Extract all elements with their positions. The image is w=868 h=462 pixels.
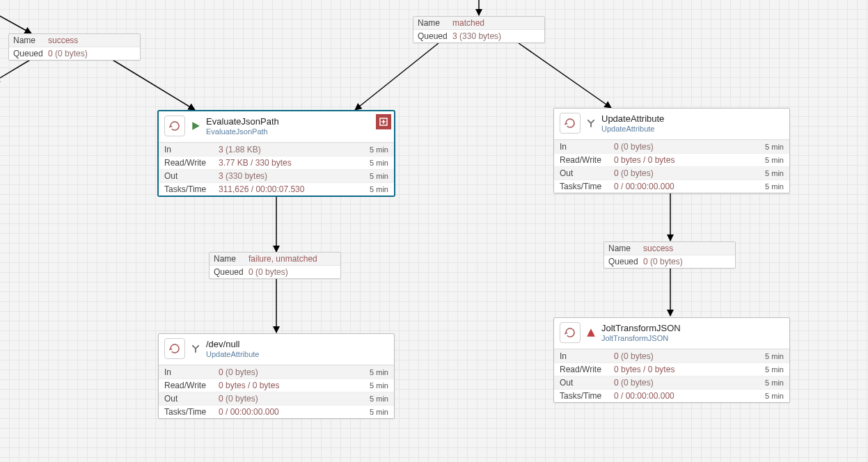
stat-in: In 0 (0 bytes) 5 min	[554, 349, 789, 363]
expand-icon[interactable]	[376, 114, 391, 129]
conn-queued-label: Queued	[418, 31, 452, 41]
conn-queued: 3 (330 bytes)	[452, 31, 501, 41]
conn-queued-label: Queued	[13, 49, 48, 58]
processor-title: /dev/null	[206, 339, 259, 349]
processor-title: EvaluateJsonPath	[206, 116, 279, 127]
warning-icon	[586, 328, 596, 337]
processor-dev-null[interactable]: /dev/null UpdateAttribute In 0 (0 bytes)…	[158, 333, 395, 419]
connection-failure-unmatched[interactable]: Name failure, unmatched Queued 0 (0 byte…	[209, 252, 341, 279]
processor-title: UpdateAttribute	[601, 113, 664, 124]
stat-in: In 3 (1.88 KB) 5 min	[159, 143, 394, 156]
processor-icon	[164, 338, 185, 359]
svg-line-0	[0, 8, 31, 33]
conn-queued: 0 (0 bytes)	[48, 49, 88, 58]
conn-name: success	[48, 35, 78, 45]
conn-name-label: Name	[418, 18, 452, 28]
conn-name: matched	[452, 18, 484, 28]
processor-type: EvaluateJsonPath	[206, 127, 279, 136]
conn-name-label: Name	[13, 35, 48, 45]
stat-tasks-time: Tasks/Time 0 / 00:00:00.000 5 min	[159, 405, 394, 418]
connection-success-mid[interactable]: Name success Queued 0 (0 bytes)	[603, 241, 736, 269]
stat-in: In 0 (0 bytes) 5 min	[554, 140, 789, 153]
processor-icon	[560, 113, 581, 134]
processor-jolttransformjson[interactable]: JoltTransformJSON JoltTransformJSON In 0…	[553, 317, 790, 403]
conn-name: failure, unmatched	[248, 254, 317, 264]
svg-line-3	[111, 59, 195, 110]
stopped-icon	[191, 344, 200, 353]
stat-in: In 0 (0 bytes) 5 min	[159, 365, 394, 379]
processor-type: UpdateAttribute	[206, 350, 259, 358]
connection-success-top[interactable]: Name success Queued 0 (0 bytes)	[8, 33, 141, 61]
processor-type: JoltTransformJSON	[601, 334, 681, 342]
stat-out: Out 0 (0 bytes) 5 min	[159, 392, 394, 405]
processor-icon	[164, 116, 185, 136]
conn-name: success	[643, 244, 673, 253]
conn-queued: 0 (0 bytes)	[643, 257, 683, 266]
stat-readwrite: Read/Write 3.77 KB / 330 bytes 5 min	[159, 156, 394, 169]
processor-evaluatejsonpath[interactable]: EvaluateJsonPath EvaluateJsonPath In 3 (…	[158, 111, 395, 196]
stat-tasks-time: Tasks/Time 0 / 00:00:00.000 5 min	[554, 389, 789, 402]
svg-line-4	[355, 43, 439, 110]
svg-line-5	[519, 43, 611, 108]
conn-name-label: Name	[608, 244, 643, 253]
stat-readwrite: Read/Write 0 bytes / 0 bytes 5 min	[159, 379, 394, 392]
stat-out: Out 3 (330 bytes) 5 min	[159, 169, 394, 182]
processor-type: UpdateAttribute	[601, 125, 664, 133]
stat-out: Out 0 (0 bytes) 5 min	[554, 166, 789, 180]
stopped-icon	[586, 118, 596, 128]
svg-line-2	[0, 59, 31, 82]
processor-title: JoltTransformJSON	[601, 323, 681, 333]
stat-out: Out 0 (0 bytes) 5 min	[554, 376, 789, 389]
conn-queued: 0 (0 bytes)	[248, 267, 288, 277]
stat-tasks-time: Tasks/Time 311,626 / 00:00:07.530 5 min	[159, 182, 394, 196]
stat-readwrite: Read/Write 0 bytes / 0 bytes 5 min	[554, 153, 789, 166]
conn-queued-label: Queued	[608, 257, 643, 266]
conn-name-label: Name	[214, 254, 248, 264]
stat-readwrite: Read/Write 0 bytes / 0 bytes 5 min	[554, 363, 789, 376]
processor-updateattribute[interactable]: UpdateAttribute UpdateAttribute In 0 (0 …	[553, 108, 790, 193]
connection-matched[interactable]: Name matched Queued 3 (330 bytes)	[413, 16, 545, 43]
processor-icon	[560, 322, 581, 343]
play-icon	[191, 121, 200, 131]
stat-tasks-time: Tasks/Time 0 / 00:00:00.000 5 min	[554, 180, 789, 193]
conn-queued-label: Queued	[214, 267, 248, 277]
